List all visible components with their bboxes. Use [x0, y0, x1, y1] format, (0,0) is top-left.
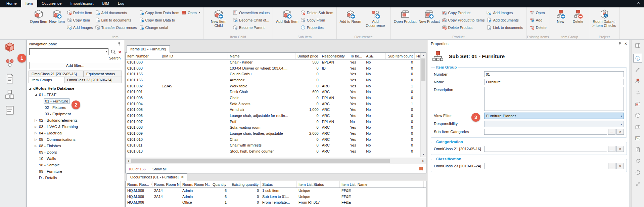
- tab-items[interactable]: Items [01 - Furniture]: [127, 45, 170, 53]
- column-header-room-room-n[interactable]: Room: Room N...: [152, 181, 181, 188]
- column-header-ha[interactable]: Ha: [415, 53, 421, 59]
- change-serial-button[interactable]: Change serial: [139, 25, 179, 30]
- new-product-button[interactable]: New Product: [418, 8, 441, 24]
- delete-sub-item-button[interactable]: Delete Sub Item: [301, 10, 333, 15]
- sub-item-categories-field[interactable]: [484, 129, 607, 135]
- column-header-sub-item-count[interactable]: Sub Item count: [386, 53, 415, 59]
- swap-arrows-icon[interactable]: [633, 88, 642, 97]
- scroll-up-icon[interactable]: ▲: [421, 53, 426, 58]
- table-row[interactable]: HQ.M.0092A14Admin601 sub itemUniqueFF&E: [126, 188, 426, 194]
- search-link[interactable]: Search: [27, 55, 124, 60]
- link-to-documents-button[interactable]: Link to documents: [95, 17, 137, 23]
- table-row[interactable]: HQ.M.0092A14Admin60Sub item to 01...Uniq…: [126, 194, 426, 200]
- expand-arrow-icon[interactable]: ▷: [34, 125, 38, 128]
- properties-button[interactable]: iProperties: [301, 25, 333, 30]
- clear-button[interactable]: ×: [616, 146, 624, 152]
- table-row[interactable]: 0101.165Couch Corbu0YesNo0: [126, 71, 421, 77]
- column-header-item-number[interactable]: Item Number: [126, 53, 160, 59]
- omniclass21-field[interactable]: [484, 146, 607, 152]
- box-icon[interactable]: [633, 99, 642, 108]
- tree-item-08-finishes[interactable]: ▷08 - Finishes: [27, 142, 123, 149]
- collapse-arrow-icon[interactable]: ◢: [34, 93, 38, 96]
- tree-item-02-building-elements[interactable]: ▷02 - Building Elements: [27, 117, 123, 123]
- tree-item-99-furniture[interactable]: 99 - Furniture: [27, 168, 123, 174]
- responsibility-select[interactable]: ▾: [484, 121, 624, 127]
- document-icon[interactable]: [4, 73, 16, 85]
- transfer-occurrences-button[interactable]: Transfer Occurrences: [95, 25, 137, 30]
- pin-icon[interactable]: [618, 42, 622, 46]
- pin-icon[interactable]: [117, 42, 121, 46]
- ellipsis-button[interactable]: ...: [608, 129, 615, 135]
- clipboard-icon[interactable]: [633, 145, 642, 154]
- table-row[interactable]: 0101.010Chair0ARCYesNo0: [126, 136, 421, 142]
- column-header-bim-id[interactable]: BIM ID: [160, 53, 228, 59]
- room-data-item-checks-button[interactable]: Room Data <- > Item Checks: [591, 8, 617, 28]
- delete-item-button[interactable]: Delete Item: [67, 10, 93, 15]
- copy-item-data-to-button[interactable]: Copy Item Data to: [139, 17, 179, 23]
- copy-product-to-items-button[interactable]: Copy Product to Items: [442, 17, 485, 23]
- table-row[interactable]: 0101.013Stool, high, behind counter0ARCY…: [126, 148, 421, 154]
- table-row[interactable]: 0101.00212345Work table0ARCYesNo1: [126, 83, 421, 89]
- name-field[interactable]: [484, 79, 624, 85]
- cube-icon[interactable]: [633, 111, 642, 120]
- copy-item-button[interactable]: Copy Item: [67, 17, 93, 23]
- nav-tab-equipment-status[interactable]: Equipment status: [83, 71, 122, 77]
- add-to-room-button[interactable]: Add to Room: [339, 8, 362, 24]
- ellipsis-button[interactable]: ...: [608, 163, 615, 169]
- table-row[interactable]: 0101.005Armchair1,000ARCYesNo0: [126, 107, 421, 113]
- column-header-room-roo[interactable]: Room: Roo...▼: [126, 181, 152, 188]
- add-documents-button[interactable]: Add documents: [487, 17, 523, 23]
- table-row[interactable]: 0101.166Armchair0YesNo0: [126, 77, 421, 83]
- red-cube-icon[interactable]: [4, 42, 16, 53]
- delete-product-button[interactable]: Delete Product: [442, 25, 485, 30]
- table-row[interactable]: 0101.009Lounge chair, leather, adjustabl…: [126, 130, 421, 136]
- omniclass23-field[interactable]: [484, 163, 607, 169]
- tree-item-98-sample[interactable]: 98 - Sample: [27, 162, 123, 168]
- close-tab-icon[interactable]: ×: [181, 175, 184, 179]
- clock-icon[interactable]: [633, 168, 642, 177]
- search-icon[interactable]: [110, 49, 116, 55]
- become-child-of-button[interactable]: Become Child of...: [233, 17, 270, 23]
- ellipsis-button[interactable]: ...: [608, 146, 615, 152]
- column-header-responsibility[interactable]: Responsibility: [320, 53, 349, 59]
- horizontal-scrollbar[interactable]: ◀ ▶: [126, 158, 426, 164]
- tree-item-03-equipment[interactable]: 03 - Equipment: [27, 111, 123, 117]
- delete-button[interactable]: Delete: [569, 8, 587, 24]
- nav-tab-omniclass-21-2012-05-16[interactable]: OmniClass 21 [2012-05-16]: [29, 71, 83, 77]
- tree-item-05-communications[interactable]: ▷05 - Communications: [27, 136, 123, 142]
- tree-item-01-ff-e[interactable]: ◢01 - FF&E: [27, 91, 123, 98]
- column-header-to-be[interactable]: To be...: [348, 53, 364, 59]
- scrollbar-thumb[interactable]: [131, 159, 390, 163]
- delete-button[interactable]: Delete: [530, 25, 547, 30]
- add-images-button[interactable]: Add Images: [487, 10, 523, 15]
- column-header-room-room-n[interactable]: Room: Room N...: [181, 181, 210, 188]
- show-all-link[interactable]: Show all: [152, 167, 167, 171]
- add-images-button[interactable]: Add Images: [67, 25, 93, 30]
- new-button[interactable]: New: [552, 8, 569, 24]
- table-row[interactable]: 0101.004Sofa 3 seats0ARCYesNo1: [126, 101, 421, 107]
- scroll-down-icon[interactable]: ▼: [421, 152, 426, 157]
- table-row[interactable]: 0101.011Chair with armrests0ARCYesNo0: [126, 142, 421, 149]
- table-row[interactable]: 0101.008Sofa, waiting room0ARCYesNo0: [126, 125, 421, 131]
- open-button[interactable]: Open: [530, 10, 547, 15]
- nav-tab-omniclass-23-2010-06-24[interactable]: OmniClass 23 [2010-06-24]: [64, 77, 122, 83]
- new-item-button[interactable]: New Item: [48, 8, 65, 24]
- tree-item-drofus-help-database[interactable]: ◢dRofus Help Database: [27, 85, 123, 91]
- open-button[interactable]: wwwOpen▾: [181, 10, 200, 15]
- info-icon[interactable]: i: [633, 54, 642, 63]
- scroll-right-icon[interactable]: ▶: [421, 158, 426, 163]
- copy-from-button[interactable]: Copy From: [301, 17, 333, 23]
- blocks-icon[interactable]: [4, 89, 16, 100]
- vertical-scrollbar[interactable]: ▲ ▼: [420, 53, 426, 157]
- column-header-quantity[interactable]: Quantity: [210, 181, 228, 188]
- menu-item[interactable]: Item: [21, 0, 37, 7]
- table-row[interactable]: HQ.M.006Office10From Template...From RT.…: [126, 199, 426, 205]
- menu-log[interactable]: Log: [113, 0, 129, 7]
- scrollbar-thumb[interactable]: [421, 58, 425, 81]
- column-header-item-list-status[interactable]: Item List Status: [297, 181, 340, 188]
- column-header-name[interactable]: Name: [228, 53, 295, 59]
- clear-button[interactable]: ×: [616, 129, 624, 135]
- menu-bim[interactable]: BIM: [98, 0, 113, 7]
- description-field[interactable]: [484, 87, 624, 111]
- expand-arrow-icon[interactable]: ▷: [34, 131, 38, 135]
